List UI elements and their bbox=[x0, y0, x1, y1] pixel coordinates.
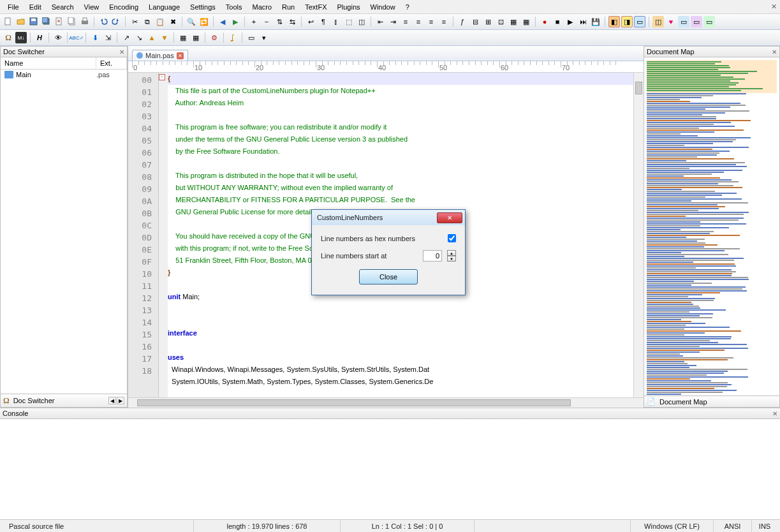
console-body[interactable] bbox=[0, 419, 780, 519]
play-icon[interactable]: ▶ bbox=[564, 16, 576, 27]
status-encoding[interactable]: ANSI bbox=[714, 520, 752, 532]
tb2-hook-icon[interactable]: ʆ bbox=[227, 32, 239, 43]
plugin-3-icon[interactable]: ▭ bbox=[634, 16, 645, 27]
dialog-close-icon[interactable]: ✕ bbox=[437, 212, 462, 223]
menu-language[interactable]: Language bbox=[143, 1, 185, 13]
indent-guide-icon[interactable]: ⫿ bbox=[330, 16, 342, 27]
tab-close-icon[interactable]: ✕ bbox=[177, 52, 184, 59]
tb2-eye-icon[interactable]: 👁 bbox=[52, 32, 64, 43]
docswitcher-close-icon[interactable]: ✕ bbox=[119, 48, 124, 55]
docswitcher-row[interactable]: Main .pas bbox=[1, 70, 127, 80]
fold-collapse-icon[interactable]: − bbox=[159, 74, 165, 80]
func-list-icon[interactable]: ƒ bbox=[457, 16, 468, 27]
menu-settings[interactable]: Settings bbox=[185, 1, 221, 13]
close-all-icon[interactable] bbox=[66, 16, 78, 27]
paste-icon[interactable]: 📋 bbox=[154, 16, 166, 27]
tb2-wheel-icon[interactable]: ⚙ bbox=[209, 32, 220, 43]
show-all-icon[interactable]: ¶ bbox=[318, 16, 329, 27]
close-file-icon[interactable] bbox=[54, 16, 65, 27]
close-button[interactable]: Close bbox=[359, 269, 418, 284]
fold-all-icon[interactable]: ⊟ bbox=[469, 16, 481, 27]
fold-level-icon[interactable]: ⊡ bbox=[495, 16, 506, 27]
plugin-1-icon[interactable]: ◧ bbox=[608, 16, 620, 27]
vertical-scrollbar[interactable] bbox=[633, 73, 644, 397]
undo-icon[interactable] bbox=[98, 16, 109, 27]
spinner-up-icon[interactable]: ▲ bbox=[447, 250, 456, 256]
nav-fwd-icon[interactable]: ▶ bbox=[230, 16, 241, 27]
start-at-spinner[interactable]: ▲ ▼ bbox=[447, 250, 456, 262]
indent-right-icon[interactable]: ⇥ bbox=[387, 16, 399, 27]
tab-scroll-right-icon[interactable]: ▶ bbox=[117, 397, 124, 404]
replace-icon[interactable]: 🔁 bbox=[198, 16, 210, 27]
tb2-h-icon[interactable]: H bbox=[34, 32, 45, 43]
play-multi-icon[interactable]: ⏭ bbox=[577, 16, 589, 27]
col-ext[interactable]: Ext. bbox=[96, 57, 127, 69]
open-file-icon[interactable] bbox=[15, 16, 27, 27]
plugin-7-icon[interactable]: ▭ bbox=[691, 16, 702, 27]
spinner-down-icon[interactable]: ▼ bbox=[447, 256, 456, 262]
plugin-2-icon[interactable]: ◨ bbox=[621, 16, 633, 27]
menu-window[interactable]: Window bbox=[365, 1, 401, 13]
comment-3-icon[interactable]: ≡ bbox=[425, 16, 437, 27]
delete-icon[interactable]: ✖ bbox=[167, 16, 179, 27]
docswitcher-tab[interactable]: Doc Switcher bbox=[13, 397, 55, 404]
lang-ud-icon[interactable]: ⬚ bbox=[343, 16, 355, 27]
docmap-tab-icon[interactable]: 📄 bbox=[647, 397, 656, 406]
comment-1-icon[interactable]: ≡ bbox=[400, 16, 411, 27]
menu-macro[interactable]: Macro bbox=[247, 1, 277, 13]
hex-numbers-checkbox[interactable] bbox=[448, 234, 456, 242]
status-insert-mode[interactable]: INS bbox=[752, 520, 777, 532]
menu-help[interactable]: ? bbox=[401, 1, 415, 13]
menu-encoding[interactable]: Encoding bbox=[104, 1, 143, 13]
tb2-down-arrow-icon[interactable]: ⬇ bbox=[89, 32, 101, 43]
comment-4-icon[interactable]: ≡ bbox=[438, 16, 450, 27]
menu-file[interactable]: File bbox=[3, 1, 24, 13]
tab-main-pas[interactable]: Main.pas ✕ bbox=[132, 50, 188, 61]
sync-h-icon[interactable]: ⇆ bbox=[286, 16, 298, 27]
docmap-close-icon[interactable]: ✕ bbox=[772, 48, 777, 55]
menu-view[interactable]: View bbox=[79, 1, 105, 13]
start-at-input[interactable] bbox=[423, 250, 442, 262]
col-name[interactable]: Name bbox=[1, 57, 96, 69]
zoom-out-icon[interactable]: − bbox=[261, 16, 272, 27]
cut-icon[interactable]: ✂ bbox=[129, 16, 140, 27]
menu-tools[interactable]: Tools bbox=[221, 1, 247, 13]
menu-plugins[interactable]: Plugins bbox=[332, 1, 365, 13]
zoom-in-icon[interactable]: + bbox=[248, 16, 260, 27]
copy-icon[interactable]: ⧉ bbox=[142, 16, 153, 27]
save-macro-icon[interactable]: 💾 bbox=[590, 16, 601, 27]
menu-search[interactable]: Search bbox=[47, 1, 79, 13]
plugin-8-icon[interactable]: ▭ bbox=[703, 16, 715, 27]
plugin-5-icon[interactable]: ♥ bbox=[665, 16, 677, 27]
menu-run[interactable]: Run bbox=[277, 1, 300, 13]
tab-scroll-left-icon[interactable]: ◀ bbox=[108, 397, 116, 404]
indent-left-icon[interactable]: ⇤ bbox=[374, 16, 386, 27]
tb2-mark-icon[interactable]: M↓ bbox=[15, 32, 27, 43]
window-close-icon[interactable]: ✕ bbox=[766, 1, 777, 13]
horizontal-scrollbar[interactable] bbox=[128, 397, 644, 408]
record-icon[interactable]: ● bbox=[539, 16, 550, 27]
print-icon[interactable] bbox=[79, 16, 91, 27]
comment-2-icon[interactable]: ≡ bbox=[413, 16, 424, 27]
stop-icon[interactable]: ■ bbox=[552, 16, 563, 27]
redo-icon[interactable] bbox=[110, 16, 122, 27]
menu-textfx[interactable]: TextFX bbox=[300, 1, 332, 13]
extra-1-icon[interactable]: ▦ bbox=[508, 16, 519, 27]
console-close-icon[interactable]: ✕ bbox=[772, 410, 777, 417]
tb2-box-icon[interactable]: ▭ bbox=[246, 32, 257, 43]
status-eol[interactable]: Windows (CR LF) bbox=[631, 520, 714, 532]
tb2-doc-arrow-icon[interactable]: ⇲ bbox=[102, 32, 114, 43]
tb2-down-2-icon[interactable]: ▼ bbox=[159, 32, 170, 43]
save-icon[interactable] bbox=[28, 16, 40, 27]
save-all-icon[interactable] bbox=[41, 16, 52, 27]
omega-icon[interactable]: Ω bbox=[3, 395, 10, 406]
menu-edit[interactable]: Edit bbox=[24, 1, 47, 13]
find-icon[interactable]: 🔍 bbox=[186, 16, 197, 27]
dialog-title-bar[interactable]: CustomLineNumbers ✕ bbox=[312, 210, 465, 225]
wrap-icon[interactable]: ↩ bbox=[305, 16, 316, 27]
plugin-6-icon[interactable]: ▭ bbox=[678, 16, 689, 27]
tb2-table-1-icon[interactable]: ▦ bbox=[177, 32, 189, 43]
tb2-omega-icon[interactable]: Ω bbox=[3, 32, 14, 43]
docmap-minimap[interactable] bbox=[644, 57, 779, 395]
tb2-more-icon[interactable]: ▾ bbox=[258, 32, 270, 43]
